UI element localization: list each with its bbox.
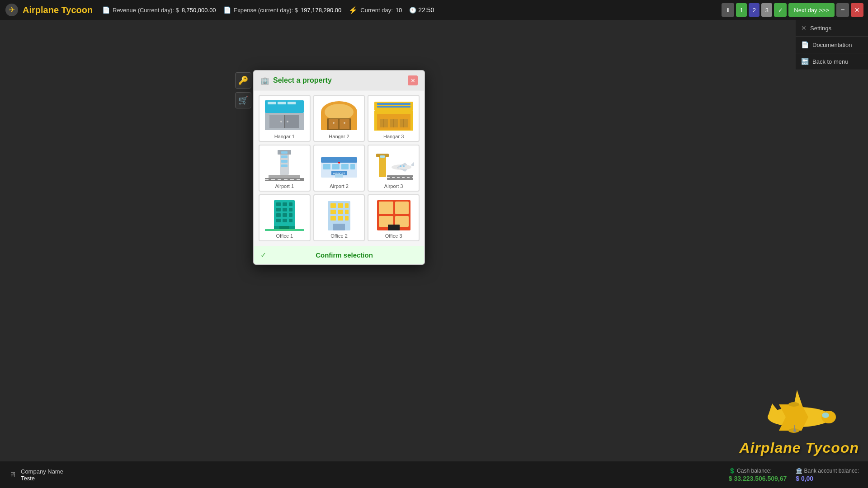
svg-rect-36 xyxy=(281,160,288,163)
airport3-label: Airport 3 xyxy=(384,183,403,189)
svg-rect-90 xyxy=(379,202,393,214)
svg-point-11 xyxy=(287,121,288,122)
property-grid: Hangar 1 xyxy=(259,95,420,241)
svg-rect-17 xyxy=(340,119,349,129)
svg-rect-74 xyxy=(289,219,292,222)
svg-rect-77 xyxy=(265,229,304,231)
modal-close-button[interactable]: ✕ xyxy=(408,75,418,85)
svg-rect-81 xyxy=(345,203,349,208)
office1-label: Office 1 xyxy=(276,233,293,239)
office3-label: Office 3 xyxy=(385,233,402,239)
property-card-office3[interactable]: Office 3 xyxy=(368,194,420,241)
airport2-image: AIRPORT xyxy=(319,149,359,182)
property-card-hangar1[interactable]: Hangar 1 xyxy=(259,95,311,142)
modal-overlay: 🏢 Select a property ✕ xyxy=(0,0,868,488)
airport3-image xyxy=(373,149,414,182)
svg-rect-66 xyxy=(276,208,281,211)
svg-rect-64 xyxy=(283,202,287,206)
modal-body: Hangar 1 xyxy=(254,90,424,246)
svg-rect-5 xyxy=(288,102,296,104)
svg-rect-8 xyxy=(269,115,284,128)
svg-rect-70 xyxy=(283,213,287,217)
svg-rect-34 xyxy=(281,151,288,154)
modal-title: Select a property xyxy=(273,76,332,84)
svg-point-59 xyxy=(403,165,405,167)
property-card-office1[interactable]: Office 1 xyxy=(259,194,311,241)
svg-rect-85 xyxy=(330,216,336,221)
svg-rect-3 xyxy=(268,102,276,104)
svg-rect-72 xyxy=(276,219,281,222)
office2-image xyxy=(319,199,359,231)
svg-rect-16 xyxy=(329,119,339,129)
airport2-label: Airport 2 xyxy=(330,183,349,189)
modal-footer: ✓ Confirm selection xyxy=(254,246,424,264)
svg-rect-69 xyxy=(276,213,281,217)
office2-label: Office 2 xyxy=(330,233,348,239)
svg-rect-43 xyxy=(323,164,330,169)
select-property-modal: 🏢 Select a property ✕ xyxy=(253,70,425,265)
svg-rect-37 xyxy=(281,164,288,167)
modal-grid-icon: 🏢 xyxy=(260,76,269,85)
svg-marker-57 xyxy=(410,162,414,166)
office3-image xyxy=(373,199,414,231)
hangar3-label: Hangar 3 xyxy=(383,134,404,139)
modal-title-area: 🏢 Select a property xyxy=(260,76,332,85)
svg-rect-53 xyxy=(380,155,385,158)
svg-rect-84 xyxy=(345,210,349,214)
svg-point-10 xyxy=(280,121,282,122)
airport1-label: Airport 1 xyxy=(275,183,294,189)
svg-rect-4 xyxy=(278,102,286,104)
svg-rect-44 xyxy=(332,164,340,169)
svg-rect-22 xyxy=(377,103,410,105)
svg-point-19 xyxy=(333,122,335,124)
hangar3-image xyxy=(373,99,414,132)
property-card-office2[interactable]: Office 2 xyxy=(313,194,365,241)
svg-rect-51 xyxy=(379,155,386,177)
svg-rect-45 xyxy=(341,164,349,169)
svg-rect-71 xyxy=(289,213,292,217)
svg-rect-67 xyxy=(283,208,287,211)
hangar2-image xyxy=(319,99,359,132)
property-card-hangar3[interactable]: Hangar 3 xyxy=(368,95,420,142)
svg-rect-73 xyxy=(283,219,287,222)
property-card-airport1[interactable]: Airport 1 xyxy=(259,145,311,192)
svg-rect-65 xyxy=(289,202,292,206)
svg-point-14 xyxy=(325,104,354,120)
svg-rect-83 xyxy=(338,210,343,214)
svg-rect-68 xyxy=(289,208,292,211)
hangar2-label: Hangar 2 xyxy=(329,134,349,139)
svg-rect-79 xyxy=(330,203,336,208)
property-card-airport2[interactable]: AIRPORT Airport 2 xyxy=(313,145,365,192)
modal-header: 🏢 Select a property ✕ xyxy=(254,71,424,90)
property-card-airport3[interactable]: Airport 3 xyxy=(368,145,420,192)
svg-rect-80 xyxy=(338,203,343,208)
svg-rect-35 xyxy=(281,155,288,158)
svg-rect-87 xyxy=(345,216,349,221)
confirm-check-icon: ✓ xyxy=(260,251,266,259)
confirm-selection-button[interactable]: Confirm selection xyxy=(271,251,418,259)
airport1-image xyxy=(264,149,305,182)
svg-rect-82 xyxy=(330,210,336,214)
svg-rect-95 xyxy=(377,214,410,216)
svg-rect-49 xyxy=(335,174,343,178)
svg-rect-91 xyxy=(395,202,409,214)
svg-rect-23 xyxy=(377,106,410,108)
svg-point-50 xyxy=(338,162,340,164)
svg-rect-86 xyxy=(338,216,343,221)
hangar1-image xyxy=(264,99,305,132)
svg-rect-96 xyxy=(388,225,400,230)
office1-image xyxy=(264,199,305,231)
hangar1-label: Hangar 1 xyxy=(274,134,295,139)
svg-rect-46 xyxy=(350,164,355,169)
svg-point-58 xyxy=(400,165,401,167)
svg-rect-88 xyxy=(333,224,345,230)
property-card-hangar2[interactable]: Hangar 2 xyxy=(313,95,365,142)
svg-rect-63 xyxy=(276,202,281,206)
svg-point-20 xyxy=(344,122,345,124)
